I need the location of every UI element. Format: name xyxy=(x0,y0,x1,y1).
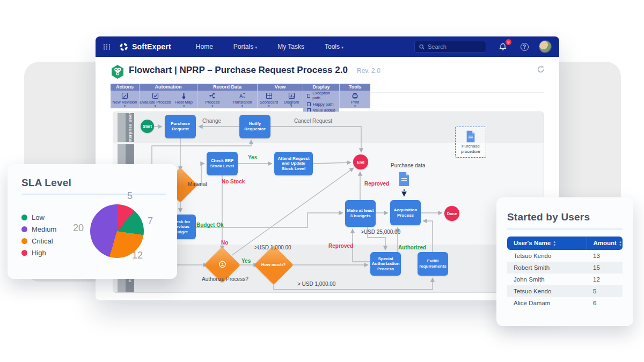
group-header: Actions xyxy=(111,84,139,91)
print-button[interactable]: Print▾ xyxy=(340,92,370,107)
edge-label-change: Change xyxy=(202,118,221,124)
table-row: Tetsuo Kendo13 xyxy=(507,250,623,262)
column-header-amount[interactable]: Amount▲▼ xyxy=(587,237,623,250)
notifications-button[interactable]: 3 xyxy=(498,42,508,51)
user-name-cell: John Smith xyxy=(507,274,587,285)
purchase-data-label: Purchase data xyxy=(391,162,426,168)
heat-map-button[interactable]: Heat Map▾ xyxy=(171,92,197,107)
purchase-procedure-artifact[interactable]: Purchase procedure xyxy=(455,127,486,158)
diagram-icon xyxy=(288,92,295,99)
legend-dot xyxy=(21,238,27,244)
group-header: Automation xyxy=(140,84,197,91)
make-3-budgets-node[interactable]: Make at least 3 budgets xyxy=(345,200,376,227)
start-node[interactable]: Start xyxy=(141,120,154,133)
edge-label-yes: Yes xyxy=(248,154,257,160)
edge-label-yes: Yes xyxy=(241,258,251,264)
translation-button[interactable]: A Translation▾ xyxy=(228,92,258,107)
toolbar-group-tools: Tools Print▾ xyxy=(340,84,370,108)
brand-name: SoftExpert xyxy=(132,42,171,51)
ribbon-toolbar: Actions New Revision▾ Automation Evaluat… xyxy=(111,84,370,108)
edge-label-usd1000-lower: > USD 1,000.00 xyxy=(297,281,335,287)
lane-handle xyxy=(118,113,126,142)
edge-label-authorized: Authorized xyxy=(398,245,426,250)
gateway-label-authorize-process: Authorize Process? xyxy=(202,276,248,282)
acquisition-process-node[interactable]: Acquisition Process xyxy=(390,200,421,225)
done-node[interactable]: Done xyxy=(444,206,459,221)
title-underline xyxy=(507,228,623,230)
scorecard-button[interactable]: Scorecard▾ xyxy=(258,92,280,107)
check-erp-stock-level-node[interactable]: Check ERP Stock Level xyxy=(207,152,238,175)
page-title: Flowchart | NPRP – Purchase Request Proc… xyxy=(129,65,348,76)
group-header: View xyxy=(258,84,303,91)
user-name-cell: Tetsuo Kendo xyxy=(507,285,587,297)
scorecard-icon xyxy=(266,92,273,99)
edge-label-budget-ok: Budget Ok xyxy=(196,222,224,228)
users-table: User's Name▲▼ Amount▲▼ Tetsuo Kendo13 Ro… xyxy=(507,237,623,309)
legend-dot xyxy=(21,226,27,232)
checkbox-exception-path[interactable]: Exception path xyxy=(307,91,335,100)
checkbox-happy-path[interactable]: Happy path xyxy=(307,102,335,107)
toolbar-group-automation: Automation Evaluate Process▾ Heat Map▾ xyxy=(140,84,197,108)
sla-level-card: SLA Level Low Medium Critical High 5 7 1… xyxy=(8,164,177,279)
chevron-down-icon: ▾ xyxy=(255,45,257,50)
brand-logo: SoftExpert xyxy=(119,42,171,51)
title-underline xyxy=(21,194,166,195)
print-icon xyxy=(352,92,358,99)
flowchart-app-icon xyxy=(111,64,125,79)
chevron-down-icon: ▾ xyxy=(341,45,343,50)
attend-request-node[interactable]: Attend Request and Update Stock Level xyxy=(274,152,313,175)
refresh-button[interactable] xyxy=(537,65,545,73)
search-box[interactable] xyxy=(414,41,486,53)
legend-dot xyxy=(21,250,27,256)
search-input[interactable] xyxy=(428,43,481,50)
bell-icon xyxy=(499,43,507,51)
table-row: Alice Damam6 xyxy=(507,297,623,309)
avatar[interactable] xyxy=(539,40,552,53)
evaluate-process-icon xyxy=(152,92,159,99)
toolbar-group-record-data: Record Data Process▾ A Translation▾ xyxy=(197,84,258,108)
legend-item-low: Low xyxy=(21,213,56,221)
purchase-data-artifact[interactable] xyxy=(398,172,410,189)
fulfill-requirements-node[interactable]: Fulfill requirements xyxy=(418,252,448,276)
document-icon xyxy=(398,172,410,187)
revision-label: Rev. 2.0 xyxy=(357,67,380,75)
pie-value-low: 7 xyxy=(148,216,153,227)
legend-item-medium: Medium xyxy=(21,225,56,233)
edge-label-no: No xyxy=(221,240,228,246)
edge-label-reproved: Reproved xyxy=(364,181,389,187)
new-revision-button[interactable]: New Revision▾ xyxy=(111,92,139,107)
help-button[interactable]: ? xyxy=(519,42,529,51)
help-icon: ? xyxy=(521,43,529,51)
nav-item-my-tasks[interactable]: My Tasks xyxy=(277,43,304,50)
table-row: Tetsuo Kendo5 xyxy=(507,285,623,297)
notify-requestor-node[interactable]: Notify Requestor xyxy=(239,115,270,138)
amount-cell: 15 xyxy=(587,262,623,274)
legend-item-high: High xyxy=(21,249,56,257)
checkbox-icon xyxy=(307,102,311,106)
nav-item-home[interactable]: Home xyxy=(196,43,213,50)
navbar: SoftExpert Home Portals▾ My Tasks Tools▾… xyxy=(96,36,559,57)
started-by-users-card: Started by Users User's Name▲▼ Amount▲▼ … xyxy=(496,197,633,326)
amount-cell: 5 xyxy=(587,285,623,297)
process-button[interactable]: Process▾ xyxy=(197,92,228,107)
svg-text:A: A xyxy=(239,93,243,99)
pie-legend: Low Medium Critical High xyxy=(21,213,56,257)
user-name-cell: Tetsuo Kendo xyxy=(507,250,587,262)
toolbar-group-actions: Actions New Revision▾ xyxy=(111,84,140,108)
nav-item-tools[interactable]: Tools▾ xyxy=(325,43,343,50)
diagram-button[interactable]: Diagram▾ xyxy=(280,92,303,107)
group-header: Display xyxy=(303,84,339,91)
special-authorization-node[interactable]: Special Authorization Process xyxy=(370,252,401,276)
table-row: Robert Smith15 xyxy=(507,262,623,274)
evaluate-process-button[interactable]: Evaluate Process▾ xyxy=(140,92,171,107)
column-header-users-name[interactable]: User's Name▲▼ xyxy=(507,237,587,250)
card-title: Started by Users xyxy=(507,211,623,223)
table-row: John Smith12 xyxy=(507,274,623,285)
sort-icon: ▲▼ xyxy=(619,240,622,247)
app-grid-icon[interactable] xyxy=(103,43,111,50)
lane-header-enterprise-users: Enterprise Users xyxy=(126,113,134,142)
nav-item-portals[interactable]: Portals▾ xyxy=(233,43,257,50)
purchase-request-node[interactable]: Purchase Request xyxy=(165,115,196,138)
end-node[interactable]: End xyxy=(353,154,368,169)
checkbox-icon xyxy=(307,94,310,98)
